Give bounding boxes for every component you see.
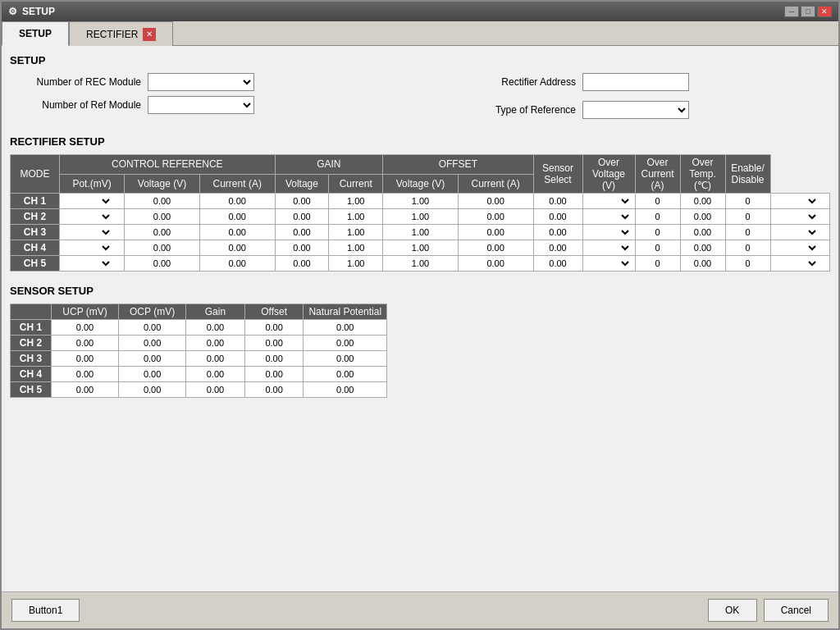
curr-a-cell[interactable] [275, 240, 329, 256]
gain-curr-cell[interactable] [383, 209, 459, 225]
ucp-cell[interactable] [52, 382, 119, 398]
ocp-cell[interactable] [119, 336, 186, 351]
off-curr-cell[interactable] [533, 256, 582, 272]
mode-cell[interactable] [60, 225, 125, 240]
tab-close-icon[interactable]: ✕ [143, 28, 156, 41]
ocp-cell[interactable] [119, 382, 186, 398]
ref-module-select[interactable] [148, 96, 254, 114]
over-v-cell[interactable] [635, 209, 680, 225]
button1[interactable]: Button1 [11, 599, 80, 622]
pot-cell[interactable] [125, 225, 200, 240]
offset-cell[interactable] [244, 336, 304, 351]
gain-curr-cell[interactable] [383, 240, 459, 256]
sensor-select-cell[interactable] [582, 194, 635, 209]
ucp-cell[interactable] [52, 320, 119, 336]
sensor-select-cell[interactable] [582, 240, 635, 256]
over-v-cell[interactable] [635, 240, 680, 256]
gain-volt-cell[interactable] [329, 225, 383, 240]
off-volt-cell[interactable] [458, 225, 533, 240]
offset-cell[interactable] [244, 351, 304, 367]
off-volt-cell[interactable] [458, 194, 533, 209]
sensor-select-cell[interactable] [582, 209, 635, 225]
over-v-cell[interactable] [635, 225, 680, 240]
mode-cell[interactable] [60, 194, 125, 209]
off-curr-cell[interactable] [533, 240, 582, 256]
over-curr-cell[interactable] [680, 240, 725, 256]
tab-setup[interactable]: SETUP [2, 21, 69, 46]
off-volt-cell[interactable] [458, 240, 533, 256]
ucp-cell[interactable] [52, 367, 119, 382]
offset-cell[interactable] [244, 320, 304, 336]
curr-a-cell[interactable] [275, 225, 329, 240]
curr-a-cell[interactable] [275, 194, 329, 209]
over-temp-cell[interactable] [725, 209, 770, 225]
off-curr-cell[interactable] [533, 194, 582, 209]
mode-cell[interactable] [60, 256, 125, 272]
ocp-cell[interactable] [119, 367, 186, 382]
nat-pot-cell[interactable] [304, 320, 387, 336]
pot-cell[interactable] [125, 209, 200, 225]
sensor-select-cell[interactable] [582, 225, 635, 240]
over-curr-cell[interactable] [680, 225, 725, 240]
over-temp-cell[interactable] [725, 225, 770, 240]
sensor-select-cell[interactable] [582, 256, 635, 272]
over-curr-cell[interactable] [680, 209, 725, 225]
tab-rectifier[interactable]: RECTIFIER ✕ [69, 21, 173, 46]
nat-pot-cell[interactable] [304, 351, 387, 367]
gain-cell[interactable] [186, 320, 245, 336]
gain-volt-cell[interactable] [329, 194, 383, 209]
pot-cell[interactable] [125, 240, 200, 256]
enable-cell[interactable] [770, 194, 830, 209]
maximize-button[interactable]: □ [801, 6, 815, 17]
ok-button[interactable]: OK [708, 599, 757, 622]
gain-cell[interactable] [186, 336, 245, 351]
off-curr-cell[interactable] [533, 225, 582, 240]
over-temp-cell[interactable] [725, 194, 770, 209]
type-reference-select[interactable] [582, 101, 689, 119]
nat-pot-cell[interactable] [304, 336, 387, 351]
pot-cell[interactable] [125, 256, 200, 272]
rectifier-address-input[interactable] [582, 73, 689, 91]
enable-cell[interactable] [770, 240, 830, 256]
ucp-cell[interactable] [52, 336, 119, 351]
ucp-cell[interactable] [52, 351, 119, 367]
cancel-button[interactable]: Cancel [764, 599, 829, 622]
offset-cell[interactable] [244, 382, 304, 398]
ocp-cell[interactable] [119, 351, 186, 367]
over-temp-cell[interactable] [725, 240, 770, 256]
off-volt-cell[interactable] [458, 209, 533, 225]
volt-v-cell[interactable] [199, 256, 275, 272]
volt-v-cell[interactable] [199, 194, 275, 209]
ocp-cell[interactable] [119, 320, 186, 336]
over-curr-cell[interactable] [680, 194, 725, 209]
volt-v-cell[interactable] [199, 240, 275, 256]
rec-module-select[interactable] [148, 73, 254, 91]
gain-cell[interactable] [186, 382, 245, 398]
gain-volt-cell[interactable] [329, 209, 383, 225]
close-button[interactable]: ✕ [817, 6, 832, 17]
curr-a-cell[interactable] [275, 209, 329, 225]
nat-pot-cell[interactable] [304, 382, 387, 398]
offset-cell[interactable] [244, 367, 304, 382]
volt-v-cell[interactable] [199, 209, 275, 225]
off-volt-cell[interactable] [458, 256, 533, 272]
over-v-cell[interactable] [635, 256, 680, 272]
nat-pot-cell[interactable] [304, 367, 387, 382]
gain-cell[interactable] [186, 367, 245, 382]
gain-curr-cell[interactable] [383, 194, 459, 209]
over-v-cell[interactable] [635, 194, 680, 209]
gain-volt-cell[interactable] [329, 240, 383, 256]
gain-curr-cell[interactable] [383, 225, 459, 240]
mode-cell[interactable] [60, 240, 125, 256]
volt-v-cell[interactable] [199, 225, 275, 240]
gain-volt-cell[interactable] [329, 256, 383, 272]
enable-cell[interactable] [770, 256, 830, 272]
over-temp-cell[interactable] [725, 256, 770, 272]
over-curr-cell[interactable] [680, 256, 725, 272]
mode-cell[interactable] [60, 209, 125, 225]
pot-cell[interactable] [125, 194, 200, 209]
minimize-button[interactable]: ─ [784, 6, 799, 17]
curr-a-cell[interactable] [275, 256, 329, 272]
gain-curr-cell[interactable] [383, 256, 459, 272]
gain-cell[interactable] [186, 351, 245, 367]
